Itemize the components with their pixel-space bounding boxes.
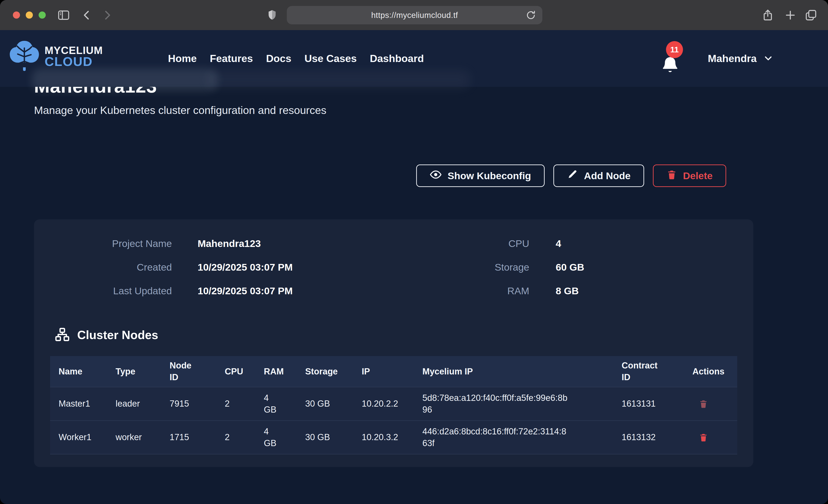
table-header-row: NameTypeNode IDCPURAMStorageIPMycelium I… — [50, 356, 737, 387]
close-window-button[interactable] — [13, 11, 20, 18]
cluster-toolbar: Show Kubeconfig Add Node Delete — [416, 165, 726, 187]
cell-storage: 30 GB — [305, 421, 362, 454]
column-header-type: Type — [116, 356, 170, 387]
eye-icon — [430, 169, 442, 183]
cell-type: leader — [116, 387, 170, 421]
cell-node-id: 1715 — [170, 421, 225, 454]
trash-icon — [699, 399, 708, 409]
column-header-node-id: Node ID — [170, 356, 225, 387]
minimize-window-button[interactable] — [26, 11, 33, 18]
new-tab-button[interactable] — [784, 0, 797, 30]
details-left-column: Project Name Mahendra123 Created 10/29/2… — [34, 232, 394, 303]
details-right-column: CPU 4 Storage 60 GB RAM 8 GB — [394, 232, 753, 303]
cell-storage: 30 GB — [305, 387, 362, 421]
nav-links: Home Features Docs Use Cases Dashboard — [168, 30, 424, 87]
delete-node-button[interactable] — [693, 433, 708, 442]
nav-link-dashboard[interactable]: Dashboard — [370, 53, 424, 65]
column-header-contract-id: Contract ID — [622, 356, 693, 387]
table-row: Worker1worker171524 GB30 GB10.20.3.2446:… — [50, 421, 737, 454]
cell-ip: 10.20.3.2 — [362, 421, 422, 454]
column-header-cpu: CPU — [225, 356, 264, 387]
address-bar[interactable]: https://myceliumcloud.tf — [287, 6, 542, 24]
column-header-ram: RAM — [264, 356, 305, 387]
nav-link-home[interactable]: Home — [168, 53, 197, 65]
forward-button[interactable] — [101, 0, 114, 30]
logo-text: MYCELIUM CLOUD — [45, 45, 103, 68]
delete-label: Delete — [683, 170, 713, 181]
column-header-actions: Actions — [693, 356, 737, 387]
zoom-window-button[interactable] — [39, 11, 46, 18]
delete-node-button[interactable] — [693, 399, 708, 409]
cell-contract-id: 1613132 — [622, 421, 693, 454]
column-header-storage: Storage — [305, 356, 362, 387]
cell-ram: 4 GB — [264, 387, 305, 421]
nav-link-docs[interactable]: Docs — [266, 53, 291, 65]
add-node-label: Add Node — [584, 170, 631, 181]
table-row: Master1leader791524 GB30 GB10.20.2.25d8:… — [50, 387, 737, 421]
site-navbar: MYCELIUM CLOUD Home Features Docs Use Ca… — [0, 30, 828, 87]
cell-actions — [693, 421, 737, 454]
cluster-details: Project Name Mahendra123 Created 10/29/2… — [34, 232, 753, 303]
user-name: Mahendra — [708, 53, 757, 65]
cell-contract-id: 1613131 — [622, 387, 693, 421]
last-updated-value: 10/29/2025 03:07 PM — [198, 285, 394, 297]
chevron-down-icon — [763, 53, 774, 65]
cell-ram: 4 GB — [264, 421, 305, 454]
project-name-value: Mahendra123 — [198, 238, 394, 249]
browser-chrome: https://myceliumcloud.tf — [0, 0, 828, 31]
notification-badge: 11 — [666, 41, 683, 58]
cluster-nodes-title: Cluster Nodes — [77, 328, 158, 342]
nav-link-use-cases[interactable]: Use Cases — [304, 53, 357, 65]
cell-name: Master1 — [50, 387, 116, 421]
trash-icon — [666, 169, 677, 182]
bell-icon — [661, 56, 679, 77]
add-node-button[interactable]: Add Node — [553, 165, 644, 187]
mycelium-tree-icon — [8, 39, 40, 74]
storage-label: Storage — [394, 262, 529, 273]
trash-icon — [699, 433, 708, 442]
project-name-label: Project Name — [34, 238, 172, 249]
reload-button[interactable] — [525, 10, 536, 21]
last-updated-label: Last Updated — [34, 285, 172, 297]
page-subtitle: Manage your Kubernetes cluster configura… — [34, 104, 326, 117]
created-value: 10/29/2025 03:07 PM — [198, 262, 394, 273]
cell-name: Worker1 — [50, 421, 116, 454]
show-kubeconfig-label: Show Kubeconfig — [448, 170, 531, 181]
ram-label: RAM — [394, 285, 529, 297]
created-label: Created — [34, 262, 172, 273]
cell-mycelium-ip: 5d8:78ea:a120:f40c:ff0f:a5fe:99e6:8b96 — [422, 387, 622, 421]
cell-cpu: 2 — [225, 421, 264, 454]
notification-bell-button[interactable]: 11 — [661, 44, 686, 76]
browser-window: https://myceliumcloud.tf Mahendra123 Man… — [0, 0, 828, 504]
url-text: https://myceliumcloud.tf — [371, 10, 458, 20]
column-header-name: Name — [50, 356, 116, 387]
back-button[interactable] — [80, 0, 93, 30]
logo-line1: MYCELIUM — [45, 45, 103, 55]
column-header-ip: IP — [362, 356, 422, 387]
cpu-value: 4 — [556, 238, 753, 249]
cell-actions — [693, 387, 737, 421]
user-menu[interactable]: Mahendra — [708, 30, 774, 87]
detail-row-project-name: Project Name Mahendra123 — [34, 232, 394, 255]
nav-link-features[interactable]: Features — [210, 53, 253, 65]
shield-icon[interactable] — [266, 0, 278, 30]
detail-row-cpu: CPU 4 — [394, 232, 753, 255]
nodes-table: NameTypeNode IDCPURAMStorageIPMycelium I… — [50, 356, 737, 454]
storage-value: 60 GB — [556, 262, 753, 273]
nodes-table-wrap: NameTypeNode IDCPURAMStorageIPMycelium I… — [50, 356, 737, 454]
show-kubeconfig-button[interactable]: Show Kubeconfig — [416, 165, 545, 187]
cell-mycelium-ip: 446:d2a6:8bcd:8c16:ff0f:72e2:3114:863f — [422, 421, 622, 454]
share-button[interactable] — [761, 0, 775, 30]
tab-overview-button[interactable] — [804, 0, 818, 30]
cell-node-id: 7915 — [170, 387, 225, 421]
logo[interactable]: MYCELIUM CLOUD — [8, 39, 103, 74]
cell-type: worker — [116, 421, 170, 454]
column-header-mycelium-ip: Mycelium IP — [422, 356, 622, 387]
delete-cluster-button[interactable]: Delete — [653, 165, 726, 187]
sidebar-toggle-icon[interactable] — [57, 0, 70, 30]
logo-line2: CLOUD — [45, 55, 103, 68]
cluster-nodes-header: Cluster Nodes — [55, 327, 158, 343]
table-body: Master1leader791524 GB30 GB10.20.2.25d8:… — [50, 387, 737, 454]
sitemap-icon — [55, 327, 70, 343]
cpu-label: CPU — [394, 238, 529, 249]
